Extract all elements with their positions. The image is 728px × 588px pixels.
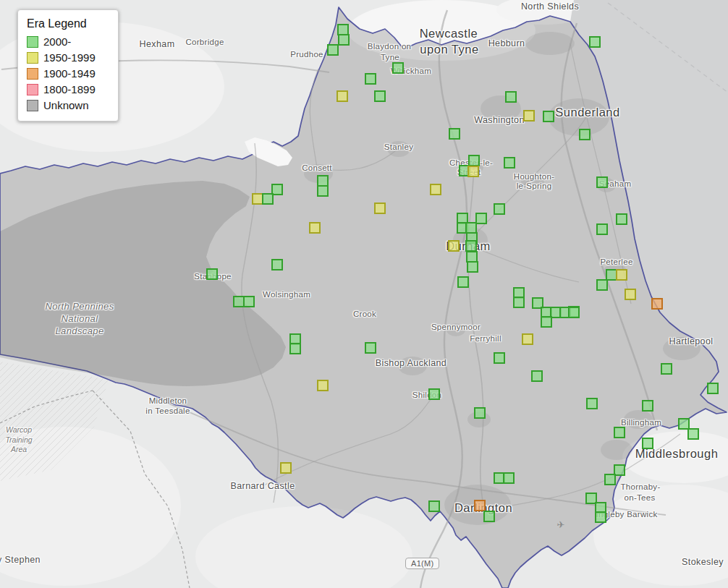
era-marker-era2000[interactable]	[483, 511, 495, 522]
era-marker-era2000[interactable]	[661, 363, 672, 375]
era-marker-era2000[interactable]	[428, 500, 440, 512]
legend-swatch-era1900	[27, 68, 38, 80]
legend-items: 2000-1950-19991900-19491800-1899Unknown	[27, 35, 112, 111]
era-marker-era2000[interactable]	[374, 90, 386, 102]
era-marker-era1900[interactable]	[651, 298, 663, 310]
era-marker-era1950[interactable]	[625, 289, 636, 300]
legend-label: Unknown	[43, 99, 89, 111]
era-marker-era2000[interactable]	[504, 157, 515, 169]
era-marker-era2000[interactable]	[474, 407, 486, 419]
era-marker-era2000[interactable]	[317, 185, 329, 197]
legend-item-era1900: 1900-1949	[27, 67, 112, 80]
era-marker-era2000[interactable]	[338, 34, 350, 46]
legend-label: 1800-1899	[43, 83, 96, 95]
era-marker-era2000[interactable]	[465, 240, 477, 252]
era-marker-era2000[interactable]	[467, 261, 478, 273]
legend-title: Era Legend	[27, 17, 112, 30]
era-marker-era1900[interactable]	[474, 500, 486, 511]
map-canvas[interactable]: HexhamCorbridgePrudhoeNewcastleupon Tyne…	[0, 0, 728, 588]
legend-swatch-era1950	[27, 52, 38, 64]
era-marker-era1950[interactable]	[522, 333, 533, 345]
legend-swatch-era1800	[27, 84, 38, 95]
era-marker-era1950[interactable]	[448, 240, 460, 252]
era-marker-era1950[interactable]	[280, 462, 292, 474]
era-marker-era2000[interactable]	[494, 352, 505, 364]
legend-item-unknown: Unknown	[27, 99, 112, 111]
era-marker-era1950[interactable]	[374, 203, 386, 214]
legend-swatch-era2000	[27, 36, 38, 48]
era-marker-era2000[interactable]	[327, 44, 339, 56]
era-marker-era2000[interactable]	[614, 427, 625, 438]
era-marker-era1950[interactable]	[337, 90, 348, 102]
era-marker-era2000[interactable]	[596, 176, 608, 188]
era-marker-era2000[interactable]	[513, 297, 525, 308]
era-marker-era2000[interactable]	[449, 128, 460, 140]
era-marker-era2000[interactable]	[428, 388, 440, 400]
legend-swatch-unknown	[27, 100, 38, 111]
era-marker-era2000[interactable]	[586, 398, 598, 409]
era-marker-era2000[interactable]	[392, 62, 404, 74]
era-marker-era2000[interactable]	[289, 343, 301, 354]
legend-item-era1800: 1800-1899	[27, 83, 112, 95]
legend-item-era2000: 2000-	[27, 35, 112, 48]
road-badge-a1m: A1(M)	[405, 558, 439, 569]
era-marker-era2000[interactable]	[604, 474, 616, 485]
legend-label: 1900-1949	[43, 67, 96, 80]
era-marker-era2000[interactable]	[206, 268, 218, 280]
era-marker-era2000[interactable]	[707, 383, 719, 394]
era-marker-era1950[interactable]	[467, 166, 479, 177]
era-marker-era2000[interactable]	[494, 203, 505, 215]
era-marker-era2000[interactable]	[616, 213, 627, 225]
era-marker-era2000[interactable]	[505, 91, 517, 103]
era-marker-era2000[interactable]	[595, 511, 606, 523]
legend-label: 1950-1999	[43, 51, 96, 64]
era-marker-era2000[interactable]	[642, 438, 653, 449]
era-marker-era2000[interactable]	[531, 370, 543, 382]
era-marker-era2000[interactable]	[687, 428, 699, 440]
era-marker-era2000[interactable]	[271, 259, 283, 270]
era-legend: Era Legend 2000-1950-19991900-19491800-1…	[17, 9, 119, 122]
era-marker-era1950[interactable]	[309, 222, 321, 234]
legend-label: 2000-	[43, 35, 71, 48]
era-marker-era1950[interactable]	[430, 184, 441, 195]
era-marker-era2000[interactable]	[596, 223, 608, 235]
era-marker-era2000[interactable]	[262, 193, 274, 205]
era-marker-era2000[interactable]	[543, 111, 554, 122]
era-marker-era1950[interactable]	[616, 269, 627, 281]
era-marker-era2000[interactable]	[579, 129, 591, 140]
era-marker-era2000[interactable]	[475, 213, 487, 224]
era-marker-era2000[interactable]	[365, 342, 376, 354]
era-marker-era2000[interactable]	[365, 73, 376, 85]
era-marker-era2000[interactable]	[457, 276, 469, 288]
era-marker-era2000[interactable]	[568, 307, 580, 318]
era-marker-era2000[interactable]	[596, 279, 608, 291]
legend-item-era1950: 1950-1999	[27, 51, 112, 64]
era-marker-era2000[interactable]	[243, 296, 255, 307]
era-marker-era1950[interactable]	[317, 380, 329, 391]
era-marker-era2000[interactable]	[541, 316, 552, 328]
era-marker-era2000[interactable]	[642, 400, 653, 412]
era-marker-era2000[interactable]	[589, 36, 601, 48]
era-marker-era2000[interactable]	[503, 472, 515, 484]
era-marker-era1950[interactable]	[523, 110, 535, 122]
